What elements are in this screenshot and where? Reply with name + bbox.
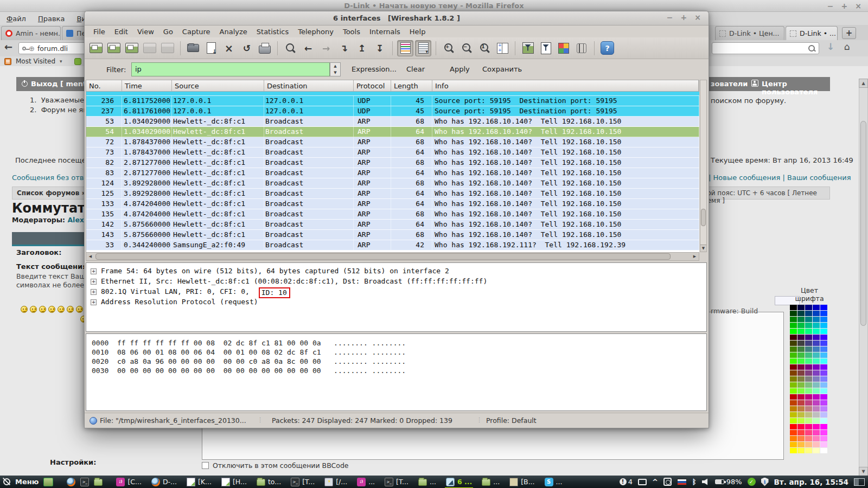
palette-color[interactable] [813,341,820,346]
palette-color[interactable] [820,412,827,418]
palette-color[interactable] [805,317,812,322]
palette-color[interactable] [813,382,820,388]
ws-menu-tools[interactable]: Tools [339,27,365,37]
palette-color[interactable] [805,430,812,435]
smiley-icon[interactable] [30,306,37,313]
palette-color[interactable] [813,376,820,382]
ws-menu-capture[interactable]: Capture [178,27,215,37]
ws-menu-internals[interactable]: Internals [365,27,405,37]
maximize-button[interactable]: + [841,2,848,10]
tab-D-Link • ...[interactable]: D-Link • ...× [786,26,838,40]
palette-color[interactable] [790,346,797,352]
scrollbar-thumb[interactable] [701,209,706,226]
user-center-link[interactable]: Центр пользователя [762,80,830,96]
palette-color[interactable] [805,352,812,358]
close-button[interactable]: × [694,13,701,22]
packet-row[interactable] [86,92,699,96]
detail-row[interactable]: +Frame 54: 64 bytes on wire (512 bits), … [86,267,706,277]
palette-color[interactable] [797,418,805,423]
palette-color[interactable] [805,323,812,328]
palette-color[interactable] [813,352,820,358]
display-filters-icon[interactable] [538,40,554,56]
page-scrollbar-thumb[interactable] [860,121,866,326]
palette-color[interactable] [790,448,797,453]
palette-color[interactable] [813,448,820,453]
palette-color[interactable] [797,424,805,429]
clear-button[interactable]: Clear [406,65,425,73]
palette-color[interactable] [805,335,812,340]
zoom-100-icon[interactable]: 1 [476,40,493,56]
packet-row[interactable]: 330.344240000SamsungE_a2:f0:49BroadcastA… [86,240,699,251]
close-button[interactable]: × [855,2,861,10]
packet-row[interactable]: 1334.874204000Hewlett-_dc:8f:c1Broadcast… [86,199,699,209]
packet-list-hscrollbar[interactable]: ◀ ▶ [86,252,699,261]
palette-color[interactable] [797,323,805,328]
palette-color[interactable] [797,370,805,376]
firefox-launcher-icon[interactable] [67,478,75,486]
palette-color[interactable] [797,412,805,418]
filter-input[interactable]: ip [131,62,330,76]
save-filter-button[interactable]: Сохранить [482,65,522,73]
palette-color[interactable] [820,370,827,376]
palette-color[interactable] [813,346,820,352]
palette-color[interactable] [797,448,805,453]
detail-row[interactable]: +Ethernet II, Src: Hewlett-_dc:8f:c1 (00… [86,277,706,287]
apply-button[interactable]: Apply [450,65,470,73]
palette-color[interactable] [790,311,797,316]
palette-color[interactable] [790,341,797,346]
palette-color[interactable] [790,412,797,418]
taskbar-task[interactable]: S... [544,478,564,486]
palette-color[interactable] [797,388,805,394]
palette-color[interactable] [813,394,820,400]
palette-color[interactable] [797,317,805,322]
online-status-icon[interactable]: ✓ [748,478,756,486]
packet-row[interactable]: 832.871277000Hewlett-_dc:8f:c1BroadcastA… [86,168,699,178]
palette-color[interactable] [790,394,797,400]
menu-gear-icon[interactable] [3,478,10,485]
palette-color[interactable] [797,329,805,334]
go-back-icon[interactable]: ← [300,40,316,56]
ff-menu-item-1[interactable]: Правка [38,15,65,23]
collapse-caret[interactable]: ^ [652,478,658,486]
expert-info-icon[interactable] [90,417,97,425]
palette-color[interactable] [813,358,820,364]
palette-color[interactable] [805,394,812,400]
palette-color[interactable] [820,352,827,358]
update-shield-icon[interactable]: i [761,478,769,486]
minimize-button[interactable]: − [667,13,673,22]
palette-color[interactable] [820,436,827,441]
hscrollbar-thumb[interactable] [95,253,671,260]
files-launcher-icon[interactable] [94,479,103,486]
palette-color[interactable] [790,388,797,394]
palette-color[interactable] [820,430,827,435]
home-icon[interactable]: ⌂ [844,41,850,52]
palette-color[interactable] [805,388,812,394]
smiley-icon[interactable] [58,306,65,313]
palette-color[interactable] [813,400,820,406]
packet-row[interactable]: 822.871277000Hewlett-_dc:8f:c1BroadcastA… [86,158,699,168]
taskbar-task[interactable]: [/... [323,478,348,486]
palette-color[interactable] [820,442,827,447]
scroll-right-icon[interactable]: ▶ [691,253,699,260]
palette-color[interactable] [790,323,797,328]
palette-color[interactable] [820,406,827,412]
taskbar-task[interactable]: to... [256,478,282,486]
palette-color[interactable] [813,436,820,441]
palette-color[interactable] [797,305,805,310]
search-icon[interactable] [808,45,815,52]
workspace-switcher-icon[interactable] [854,478,865,486]
palette-color[interactable] [797,341,805,346]
maximize-button[interactable]: + [681,13,687,22]
battery-indicator[interactable]: 98% [715,478,742,486]
users-link[interactable]: зователи [711,80,748,88]
expander-icon[interactable]: + [91,268,97,274]
palette-color[interactable] [820,418,827,423]
wireshark-titlebar[interactable]: 6 interfaces [Wireshark 1.8.2 ] − + × [85,11,709,25]
scroll-down-icon[interactable]: ▼ [859,467,868,476]
packet-list-scrollbar[interactable]: ▼ [700,80,707,252]
palette-color[interactable] [790,329,797,334]
column-header-time[interactable]: Time [122,80,172,91]
palette-color[interactable] [820,317,827,322]
most-visited-icon[interactable] [4,58,11,65]
palette-color[interactable] [813,442,820,447]
